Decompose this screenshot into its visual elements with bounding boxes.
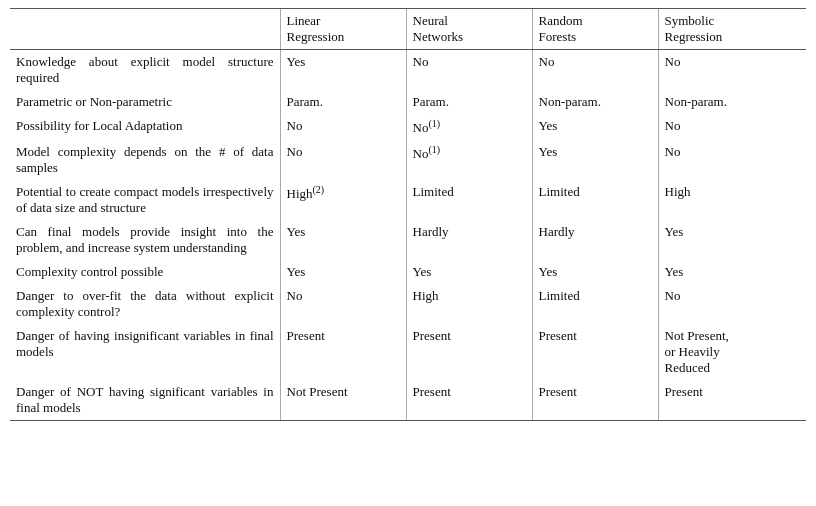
cell-rf: Hardly (532, 220, 658, 260)
cell-rf: No (532, 50, 658, 91)
table-row: Danger of having insignificant variables… (10, 324, 806, 380)
cell-sr: Non-param. (658, 90, 806, 114)
cell-lr: No (280, 284, 406, 324)
header-row: LinearRegression NeuralNetworks RandomFo… (10, 9, 806, 50)
cell-sr: High (658, 180, 806, 220)
cell-nn: No (406, 50, 532, 91)
cell-nn: Limited (406, 180, 532, 220)
cell-nn: High (406, 284, 532, 324)
cell-nn: No(1) (406, 140, 532, 180)
cell-feature: Possibility for Local Adaptation (10, 114, 280, 140)
cell-nn: No(1) (406, 114, 532, 140)
table-row: Complexity control possibleYesYesYesYes (10, 260, 806, 284)
cell-sr: No (658, 114, 806, 140)
cell-feature: Knowledge about explicit model structure… (10, 50, 280, 91)
cell-rf: Present (532, 380, 658, 421)
cell-lr: Yes (280, 50, 406, 91)
table-row: Possibility for Local AdaptationNoNo(1)Y… (10, 114, 806, 140)
cell-lr: Param. (280, 90, 406, 114)
table-row: Model complexity depends on the # of dat… (10, 140, 806, 180)
comparison-table: LinearRegression NeuralNetworks RandomFo… (10, 8, 806, 421)
cell-nn: Present (406, 324, 532, 380)
table-row: Parametric or Non-parametricParam.Param.… (10, 90, 806, 114)
cell-rf: Yes (532, 140, 658, 180)
cell-feature: Potential to create compact models irres… (10, 180, 280, 220)
cell-feature: Model complexity depends on the # of dat… (10, 140, 280, 180)
table-row: Danger to over-fit the data without expl… (10, 284, 806, 324)
col-header-lr: LinearRegression (280, 9, 406, 50)
cell-lr: Yes (280, 220, 406, 260)
cell-rf: Present (532, 324, 658, 380)
cell-nn: Present (406, 380, 532, 421)
cell-sr: No (658, 140, 806, 180)
cell-nn: Hardly (406, 220, 532, 260)
cell-nn: Param. (406, 90, 532, 114)
cell-sr: Yes (658, 260, 806, 284)
cell-rf: Non-param. (532, 90, 658, 114)
table-row: Danger of NOT having significant variabl… (10, 380, 806, 421)
col-header-nn: NeuralNetworks (406, 9, 532, 50)
cell-lr: Present (280, 324, 406, 380)
cell-sr: Not Present,or HeavilyReduced (658, 324, 806, 380)
cell-feature: Parametric or Non-parametric (10, 90, 280, 114)
cell-lr: No (280, 140, 406, 180)
cell-rf: Yes (532, 260, 658, 284)
cell-lr: Yes (280, 260, 406, 284)
cell-feature: Complexity control possible (10, 260, 280, 284)
table-row: Knowledge about explicit model structure… (10, 50, 806, 91)
table-row: Potential to create compact models irres… (10, 180, 806, 220)
table-row: Can final models provide insight into th… (10, 220, 806, 260)
col-header-rf: RandomForests (532, 9, 658, 50)
cell-rf: Yes (532, 114, 658, 140)
cell-rf: Limited (532, 284, 658, 324)
col-header-feature (10, 9, 280, 50)
cell-feature: Danger of having insignificant variables… (10, 324, 280, 380)
cell-sr: Present (658, 380, 806, 421)
col-header-sr: SymbolicRegression (658, 9, 806, 50)
cell-sr: No (658, 50, 806, 91)
cell-nn: Yes (406, 260, 532, 284)
cell-rf: Limited (532, 180, 658, 220)
cell-lr: Not Present (280, 380, 406, 421)
cell-sr: Yes (658, 220, 806, 260)
cell-feature: Danger of NOT having significant variabl… (10, 380, 280, 421)
cell-lr: No (280, 114, 406, 140)
cell-feature: Danger to over-fit the data without expl… (10, 284, 280, 324)
cell-sr: No (658, 284, 806, 324)
cell-lr: High(2) (280, 180, 406, 220)
cell-feature: Can final models provide insight into th… (10, 220, 280, 260)
